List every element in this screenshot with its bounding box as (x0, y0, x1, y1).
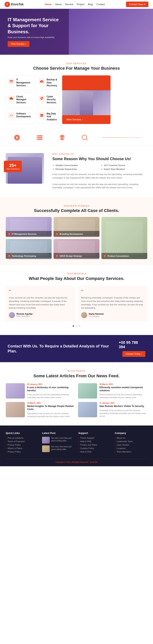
footer-company-1[interactable]: About Us (115, 437, 147, 439)
why-points: ✓ Simplify Communication ✓ 24/7 Customer… (52, 164, 147, 170)
blog-img-4 (78, 402, 97, 417)
hero-cta-button[interactable]: Find Solution › (8, 41, 30, 47)
arrow-right-icon: › (25, 43, 26, 45)
dot-1[interactable] (73, 325, 74, 327)
testimonials-section: TESTIMONIALS What People Say About Our C… (0, 265, 153, 335)
blog-date-1: 22 January, 2021 (27, 383, 75, 385)
case-card-1[interactable]: + IT Management Services. (6, 217, 52, 237)
testimonials-label: TESTIMONIALS (6, 272, 147, 275)
footer-support-heading: Support (78, 432, 111, 434)
footer-support-5[interactable]: Help & FAQ (78, 450, 111, 453)
case-plus-icon-5: + (56, 254, 58, 258)
service-card-software[interactable]: Software Development. (6, 110, 34, 124)
nav-contact-button[interactable]: Contact Now ▾ (126, 2, 148, 7)
cta-phone: +00 95 788 394 (119, 340, 145, 349)
blog-excerpt-1: It has survived not only five typesettin… (27, 393, 75, 399)
service-card-cloud[interactable]: Cloud Managed Services. (6, 92, 34, 107)
footer-bottom: Copyright © 2021. All Rights Reserved. E… (6, 458, 147, 463)
blog-card-2[interactable]: 26 March, 2021 Efficiently monetize mode… (78, 383, 147, 399)
footer-post-2[interactable]: We carry more than just good calling ski… (42, 446, 74, 452)
why-point-2: ✓ 24/7 Customer Service (101, 164, 147, 167)
testimonials-grid: " It has survived not only five centurie… (6, 286, 147, 321)
security-icon (39, 95, 45, 102)
footer-company-2[interactable]: Leadership Team (115, 440, 147, 442)
success-label: SUCCESS STORIES (6, 205, 147, 207)
footer-link-2[interactable]: Terms of Payment (6, 440, 38, 442)
blog-title-3: Market Insights To Manage People Related… (27, 405, 75, 411)
cta-banner: Contact With Us. To Require a Detailed A… (0, 335, 153, 362)
check-icon-2: ✓ (101, 164, 103, 167)
footer-support-4[interactable]: Cookies Policy (78, 447, 111, 450)
why-point-3: ✓ Eliminate Repeat Entry (52, 168, 99, 170)
footer-support-3[interactable]: Privacy and Plans (78, 444, 111, 446)
blog-card-1[interactable]: 22 January, 2021 It uses a dictionary of… (6, 383, 75, 399)
service-card-bigdata-title: Big Data And Analytics. (47, 112, 58, 121)
service-card-software-title: Software Development. (16, 112, 31, 118)
nav-about[interactable]: About (55, 3, 62, 6)
more-services-button[interactable]: More Services › (64, 117, 109, 122)
nav-project[interactable]: Project (77, 3, 84, 6)
footer-company-5[interactable]: Team Members (115, 450, 147, 453)
arrow-icon: › (82, 118, 82, 121)
testimonial-author-2: Darla Harmon UX Designer (81, 312, 144, 318)
why-section: 25+ Years Experience WHY CHOOSE US Some … (0, 146, 153, 197)
why-point-4: ✓ Expert Team Members (101, 168, 147, 170)
footer-link-5[interactable]: Privacy Policy (6, 450, 38, 453)
services-left: IT Management Services. Backup & Data Re… (6, 76, 60, 124)
blog-title-2: Efficiently monetize models transparent … (100, 386, 147, 392)
dot-2[interactable] (76, 325, 77, 327)
footer-post-1[interactable]: We carry more than just good coding skil… (42, 437, 74, 444)
author-role-2: UX Designer (89, 315, 104, 318)
footer-link-1[interactable]: Pick up solutions (6, 437, 38, 439)
nav-contact[interactable]: Contact (96, 3, 105, 6)
service-card-it[interactable]: IT Management Services. (6, 76, 34, 90)
chevron-down-icon: ▾ (144, 3, 145, 6)
footer-company-3[interactable]: Case Studies (115, 444, 147, 446)
case-card-3[interactable]: + Product Consultation. (101, 217, 147, 259)
nav-blog[interactable]: Blog (88, 3, 93, 6)
navigation: E EnvoTek Home About Service Project Blo… (0, 0, 153, 9)
nav-home[interactable]: Home (45, 3, 52, 6)
blog-card-3[interactable]: 15 March, 2021 Market Insights To Manage… (6, 402, 75, 418)
service-card-bigdata[interactable]: Big Data And Analytics. (36, 110, 60, 124)
cta-right: +00 95 788 394 Contact Today › (119, 340, 145, 357)
blog-label: BLOG POSTS (6, 370, 147, 372)
blog-card-4[interactable]: 11 January, 2021 New Remote Workers Visi… (78, 402, 147, 418)
case-img-3 (101, 217, 147, 259)
case-card-4[interactable]: + Technology Prototyping. (6, 239, 52, 259)
partner-logo-4 (80, 134, 90, 142)
blog-section-top: BLOG POSTS Some Latest Articles From Our… (6, 370, 147, 379)
footer-link-3[interactable]: Privacy Policy (6, 444, 38, 446)
arrow-icon: › (141, 352, 142, 355)
services-section: OUR SERVICES Choose Service For Manage Y… (0, 55, 153, 130)
software-icon (8, 112, 14, 118)
cta-text: Contact With Us. To Require a Detailed A… (8, 344, 119, 354)
why-experience-badge: 25+ Years Experience (4, 161, 22, 172)
footer-company: Company About Us Leadership Team Case St… (115, 432, 147, 454)
hero-bg-image (69, 9, 153, 55)
case-card-2[interactable]: + Branding Development. (54, 217, 100, 237)
case-card-5[interactable]: + UI/UX Design Strategy (54, 239, 100, 259)
blog-grid: 22 January, 2021 It uses a dictionary of… (6, 383, 147, 418)
cta-contact-button[interactable]: Contact Today › (122, 351, 146, 357)
cloud-icon (8, 95, 14, 102)
service-card-cyber[interactable]: Cyber Security Services. (36, 92, 60, 107)
footer-link-4[interactable]: Where is Pakco (6, 447, 38, 450)
footer-company-4[interactable]: Locations (115, 447, 147, 450)
footer-support-2[interactable]: Help & FAQ (78, 440, 111, 442)
footer-support-1[interactable]: Forum Support (78, 437, 111, 439)
check-icon-3: ✓ (52, 168, 54, 170)
footer: Quick Links Pick up solutions Terms of P… (0, 426, 153, 466)
brand-link[interactable]: EnvoTek (90, 461, 97, 463)
case-plus-icon-4: + (8, 254, 11, 258)
author-name-2: Darla Harmon (89, 313, 104, 315)
nav-service[interactable]: Service (65, 3, 73, 6)
hero-section: IT Management Service & Support for Your… (0, 9, 153, 55)
quote-mark-1: " (9, 289, 72, 295)
case-label-3: Product Consultation. (108, 255, 130, 257)
service-card-it-title: IT Management Services. (16, 78, 31, 87)
dot-3[interactable] (79, 325, 80, 327)
logo-icon: E (4, 2, 10, 7)
author-info-2: Darla Harmon UX Designer (89, 313, 104, 318)
service-card-backup[interactable]: Backup & Data Recovery. (36, 76, 60, 90)
